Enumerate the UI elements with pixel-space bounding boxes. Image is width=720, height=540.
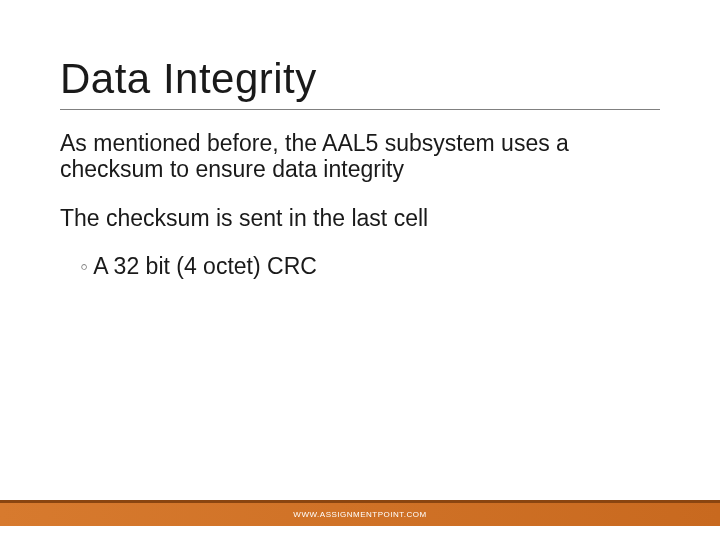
bullet-marker-icon: ◦ (80, 253, 88, 279)
paragraph-1: As mentioned before, the AAL5 subsystem … (60, 130, 660, 183)
footer-bar: WWW.ASSIGNMENTPOINT.COM (0, 500, 720, 526)
bullet-item: ◦A 32 bit (4 octet) CRC (60, 253, 660, 279)
slide-container: Data Integrity As mentioned before, the … (0, 0, 720, 540)
footer-url: WWW.ASSIGNMENTPOINT.COM (293, 510, 426, 519)
slide-title: Data Integrity (60, 55, 660, 110)
paragraph-2: The checksum is sent in the last cell (60, 205, 660, 231)
bullet-text: A 32 bit (4 octet) CRC (93, 253, 317, 279)
